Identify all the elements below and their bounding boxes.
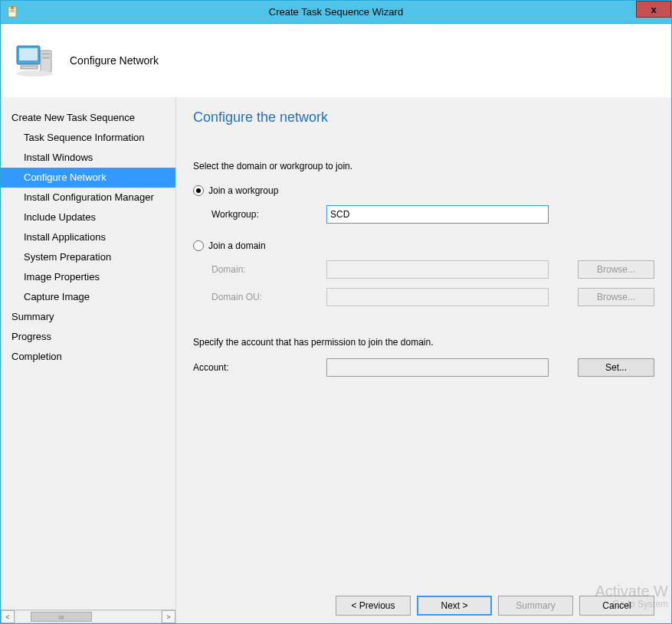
page-title: Configure Network [70, 54, 159, 67]
header-band: Configure Network [1, 24, 671, 97]
set-account-button[interactable]: Set... [578, 358, 654, 377]
sidebar-item-system-preparation[interactable]: System Preparation [1, 247, 175, 267]
next-button[interactable]: Next > [417, 596, 492, 616]
svg-point-11 [16, 70, 53, 77]
account-row: Account: Set... [193, 358, 654, 377]
sidebar-item-include-updates[interactable]: Include Updates [1, 207, 175, 227]
titlebar: Create Task Sequence Wizard x [1, 1, 671, 24]
svg-rect-4 [11, 6, 14, 8]
domain-browse-button: Browse... [578, 260, 654, 279]
svg-rect-1 [10, 8, 15, 9]
scrollbar-track[interactable]: III [15, 610, 162, 623]
instruction-text: Select the domain or workgroup to join. [193, 161, 654, 172]
content-panel: Configure the network Select the domain … [175, 97, 671, 623]
sidebar-item-install-windows[interactable]: Install Windows [1, 148, 175, 168]
account-label: Account: [193, 362, 326, 373]
close-icon: x [651, 4, 656, 15]
scroll-right-button[interactable]: > [162, 610, 175, 623]
domain-ou-browse-button: Browse... [578, 288, 654, 306]
svg-rect-3 [10, 11, 15, 12]
domain-ou-label: Domain OU: [211, 292, 326, 302]
sidebar-item-create-new-task-sequence[interactable]: Create New Task Sequence [1, 108, 175, 128]
sidebar-item-progress[interactable]: Progress [1, 327, 175, 347]
radio-join-workgroup[interactable]: Join a workgroup [193, 185, 654, 196]
cancel-button[interactable]: Cancel [579, 596, 654, 616]
wizard-footer: < Previous Next > Summary Cancel [193, 586, 654, 616]
workgroup-row: Workgroup: [211, 205, 654, 224]
domain-ou-row: Domain OU: Browse... [211, 288, 654, 306]
window-title: Create Task Sequence Wizard [1, 6, 671, 18]
computer-icon [15, 40, 56, 81]
svg-rect-2 [10, 10, 15, 11]
workgroup-label: Workgroup: [211, 209, 326, 220]
domain-input [326, 260, 549, 279]
sidebar-item-configure-network[interactable]: Configure Network [1, 168, 175, 188]
domain-row: Domain: Browse... [211, 260, 654, 279]
sidebar-horiz-scrollbar[interactable]: < III > [1, 609, 175, 623]
specify-account-text: Specify the account that has permission … [193, 337, 654, 348]
close-button[interactable]: x [636, 1, 671, 18]
sidebar-item-install-configuration-manager[interactable]: Install Configuration Manager [1, 188, 175, 207]
domain-label: Domain: [211, 264, 326, 275]
summary-button: Summary [498, 596, 573, 616]
radio-label-workgroup: Join a workgroup [208, 185, 278, 196]
wizard-window: Create Task Sequence Wizard x Configure … [0, 0, 672, 624]
sidebar-item-summary[interactable]: Summary [1, 307, 175, 327]
scrollbar-thumb[interactable]: III [31, 612, 92, 622]
previous-button[interactable]: < Previous [336, 596, 411, 616]
svg-rect-9 [42, 57, 50, 59]
radio-icon [193, 185, 204, 196]
scroll-left-button[interactable]: < [1, 610, 15, 623]
svg-rect-10 [21, 66, 38, 69]
content-heading: Configure the network [193, 109, 654, 126]
sidebar-item-task-sequence-information[interactable]: Task Sequence Information [1, 128, 175, 148]
body: Create New Task Sequence Task Sequence I… [1, 97, 671, 623]
radio-join-domain[interactable]: Join a domain [193, 240, 654, 251]
sidebar-item-completion[interactable]: Completion [1, 347, 175, 367]
domain-ou-input [326, 288, 549, 306]
radio-icon [193, 240, 204, 251]
radio-label-domain: Join a domain [208, 240, 266, 251]
sidebar-list: Create New Task Sequence Task Sequence I… [1, 97, 175, 609]
sidebar-item-image-properties[interactable]: Image Properties [1, 267, 175, 287]
svg-rect-6 [19, 48, 38, 60]
sidebar-item-capture-image[interactable]: Capture Image [1, 287, 175, 307]
account-input [326, 358, 549, 377]
sidebar: Create New Task Sequence Task Sequence I… [1, 97, 175, 623]
svg-rect-8 [42, 53, 50, 55]
sidebar-item-install-applications[interactable]: Install Applications [1, 227, 175, 247]
app-icon [7, 6, 19, 18]
workgroup-input[interactable] [326, 205, 549, 224]
